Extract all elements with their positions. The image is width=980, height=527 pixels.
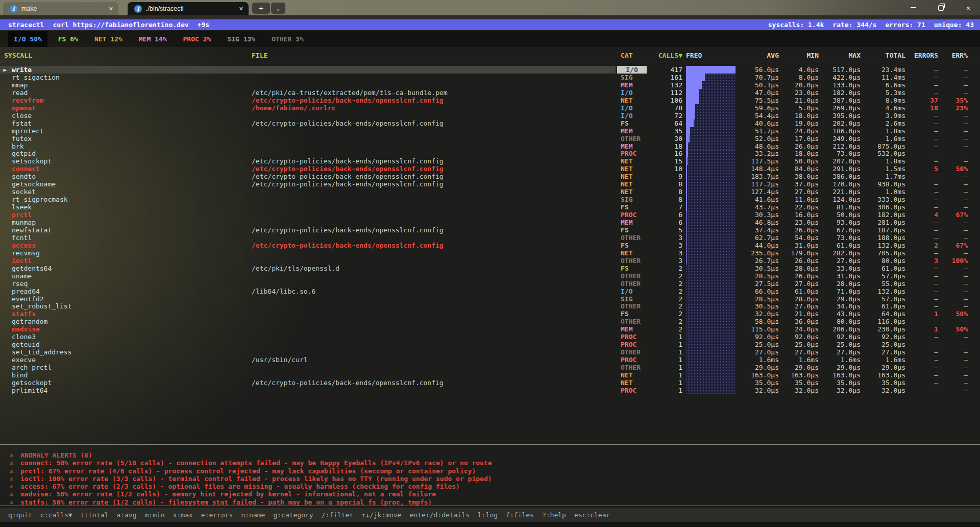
header-cat[interactable]: CAT — [621, 51, 632, 60]
min-latency: 21.0µs — [783, 97, 819, 104]
table-row[interactable]: getsockname/etc/crypto-policies/back-end… — [0, 180, 980, 188]
header-freq[interactable]: FREQ — [686, 51, 702, 60]
table-row[interactable]: newfstatat/etc/crypto-policies/back-ends… — [0, 226, 980, 234]
file-path: /etc/crypto-policies/back-ends/opensslcn… — [252, 379, 444, 387]
category-filter-proc[interactable]: PROC 2% — [178, 31, 217, 47]
table-row[interactable]: setsockopt/etc/crypto-policies/back-ends… — [0, 157, 980, 165]
tab-make[interactable]: f make ✕ — [3, 2, 118, 15]
table-row[interactable]: getrandomOTHER258.0µs36.0µs80.0µs116.0µs… — [0, 318, 980, 325]
tab-label: ./bin/stracectl — [146, 5, 184, 12]
table-row[interactable]: mmapMEM13250.1µs20.0µs133.0µs6.6ms–– — [0, 81, 980, 89]
min-latency: 27.0µs — [783, 348, 819, 356]
table-row[interactable]: madviseMEM2115.0µs24.0µs206.0µs230.0µs15… — [0, 325, 980, 333]
table-row[interactable]: recvfrom/etc/crypto-policies/back-ends/o… — [0, 97, 980, 104]
freq-histogram-bar — [686, 288, 736, 295]
table-row[interactable]: clone3PROC192.0µs92.0µs92.0µs92.0µs–– — [0, 333, 980, 341]
table-row[interactable]: closeI/O7254.4µs18.0µs395.0µs3.9ms–– — [0, 112, 980, 119]
error-count: – — [903, 112, 938, 119]
freq-histogram-bar — [686, 226, 736, 234]
category-badge: FS — [621, 203, 629, 211]
category-filter-net[interactable]: NET 12% — [89, 31, 128, 47]
table-row[interactable]: pread64/lib64/libc.so.6I/O266.0µs61.0µs7… — [0, 288, 980, 295]
table-row[interactable]: recvmsgNET3235.0µs179.0µs282.0µs705.0µs–… — [0, 249, 980, 257]
table-row[interactable]: connect/etc/crypto-policies/back-ends/op… — [0, 165, 980, 173]
min-latency: 163.0µs — [783, 371, 819, 379]
header-errp[interactable]: ERR% — [942, 51, 968, 60]
error-percent: 100% — [942, 257, 968, 265]
table-row[interactable]: arch_prctlOTHER129.0µs29.0µs29.0µs29.0µs… — [0, 364, 980, 371]
table-row[interactable]: statfsFS232.0µs21.0µs43.0µs64.0µs150% — [0, 310, 980, 318]
keybinding-hint-move: ↑↓/jk:move — [361, 511, 401, 519]
keybinding-hint-errors: e:errors — [201, 511, 233, 519]
table-row[interactable]: brkMEM1848.6µs26.0µs212.0µs875.0µs–– — [0, 142, 980, 150]
category-filter-other[interactable]: OTHER 3% — [266, 31, 309, 47]
syscall-name: getsockname — [12, 180, 56, 188]
category-filter-io[interactable]: I/O 50% — [8, 31, 47, 47]
table-row[interactable]: rt_sigactionSIG16170.7µs8.0µs422.0µs11.4… — [0, 74, 980, 81]
close-button[interactable]: ✕ — [957, 0, 980, 15]
header-calls-sorted[interactable]: CALLS▼ — [641, 51, 682, 60]
header-file[interactable]: FILE — [252, 51, 267, 60]
restore-button[interactable] — [929, 0, 952, 15]
total-latency: 1.6ms — [865, 135, 905, 142]
table-row[interactable]: prctlPROC630.3µs16.0µs50.0µs182.0µs467% — [0, 211, 980, 219]
max-latency: 182.0µs — [823, 89, 861, 97]
table-row[interactable]: rseqOTHER227.5µs27.0µs28.0µs55.0µs–– — [0, 280, 980, 288]
header-max[interactable]: MAX — [823, 51, 861, 60]
minimize-button[interactable] — [901, 0, 925, 15]
table-row[interactable]: fcntlOTHER362.7µs54.0µs73.0µs188.0µs–– — [0, 234, 980, 242]
error-percent: 67% — [942, 211, 968, 219]
table-row[interactable]: ioctlOTHER326.7µs26.0µs27.0µs80.0µs3100% — [0, 257, 980, 265]
table-row[interactable]: munmapMEM646.8µs23.0µs93.0µs281.0µs–– — [0, 219, 980, 226]
table-row[interactable]: openat/home/fabiano/.curlrcI/O7859.6µs5.… — [0, 104, 980, 112]
tab-close-icon[interactable]: ✕ — [239, 6, 243, 12]
min-latency: 24.0µs — [783, 127, 819, 135]
header-errors[interactable]: ERRORS — [903, 51, 938, 60]
calls-count: 16 — [641, 150, 682, 157]
tab-close-icon[interactable]: ✕ — [109, 6, 113, 12]
table-row[interactable]: getsockopt/etc/crypto-policies/back-ends… — [0, 379, 980, 387]
table-row[interactable]: mprotectMEM3551.7µs24.0µs186.0µs1.8ms–– — [0, 127, 980, 135]
table-row[interactable]: execve/usr/sbin/curlPROC11.6ms1.6ms1.6ms… — [0, 356, 980, 364]
header-total[interactable]: TOTAL — [865, 51, 905, 60]
table-row[interactable]: rt_sigprocmaskSIG841.6µs11.0µs124.0µs333… — [0, 196, 980, 203]
error-percent: – — [942, 333, 968, 341]
syscall-name: pread64 — [12, 288, 40, 295]
header-min[interactable]: MIN — [783, 51, 819, 60]
table-row[interactable]: read/etc/pki/ca-trust/extracted/pem/tls-… — [0, 89, 980, 97]
avg-latency: 30.3µs — [733, 211, 779, 219]
keybinding-hint-files: f:files — [506, 511, 534, 519]
table-row[interactable]: unameOTHER228.5µs26.0µs31.0µs57.0µs–– — [0, 272, 980, 280]
error-percent: 35% — [942, 97, 968, 104]
category-badge: MEM — [621, 127, 632, 135]
table-row[interactable]: geteuidPROC125.0µs25.0µs25.0µs25.0µs–– — [0, 341, 980, 348]
tab-menu-chevron-icon[interactable]: ⌄ — [271, 3, 285, 14]
table-row[interactable]: access/etc/crypto-policies/back-ends/ope… — [0, 242, 980, 249]
header-syscall[interactable]: SYSCALL — [4, 51, 32, 60]
syscall-name: connect — [12, 165, 40, 173]
table-row[interactable]: eventfd2SIG228.5µs28.0µs29.0µs57.0µs–– — [0, 295, 980, 303]
tab-stracectl[interactable]: f ./bin/stracectl ✕ — [128, 2, 249, 15]
table-row[interactable]: futexOTHER3052.0µs17.0µs349.0µs1.6ms–– — [0, 135, 980, 142]
warning-triangle-icon: ⚠ — [10, 451, 13, 459]
table-row[interactable]: getdents64/etc/pki/tls/openssl.dFS230.5µ… — [0, 265, 980, 272]
table-row[interactable]: prlimit64PROC132.0µs32.0µs32.0µs32.0µs–– — [0, 387, 980, 394]
category-filter-fs[interactable]: FS 6% — [53, 31, 84, 47]
calls-count: 1 — [641, 356, 682, 364]
category-filter-sig[interactable]: SIG 13% — [222, 31, 261, 47]
table-row[interactable]: sendto/etc/crypto-policies/back-ends/ope… — [0, 173, 980, 180]
table-row[interactable]: getpidPROC1633.2µs18.0µs73.0µs532.0µs–– — [0, 150, 980, 157]
table-row[interactable]: set_tid_addressOTHER127.0µs27.0µs27.0µs2… — [0, 348, 980, 356]
error-count: – — [903, 265, 938, 272]
table-row[interactable]: bindNET1163.0µs163.0µs163.0µs163.0µs–– — [0, 371, 980, 379]
table-row[interactable]: lseekFS743.7µs22.0µs81.0µs306.0µs–– — [0, 203, 980, 211]
table-row[interactable]: fstat/etc/crypto-policies/back-ends/open… — [0, 119, 980, 127]
header-avg[interactable]: AVG — [733, 51, 779, 60]
calls-count: 1 — [641, 348, 682, 356]
table-row[interactable]: set_robust_listOTHER230.5µs27.0µs34.0µs6… — [0, 302, 980, 310]
category-filter-mem[interactable]: MEM 14% — [133, 31, 173, 47]
table-row[interactable]: socketNET8127.4µs27.0µs221.0µs1.0ms–– — [0, 188, 980, 196]
new-tab-button[interactable]: + — [252, 3, 270, 14]
category-badge: OTHER — [621, 135, 641, 142]
table-row[interactable]: ►writeI/O41756.0µs4.0µs517.0µs23.4ms–– — [0, 66, 980, 74]
